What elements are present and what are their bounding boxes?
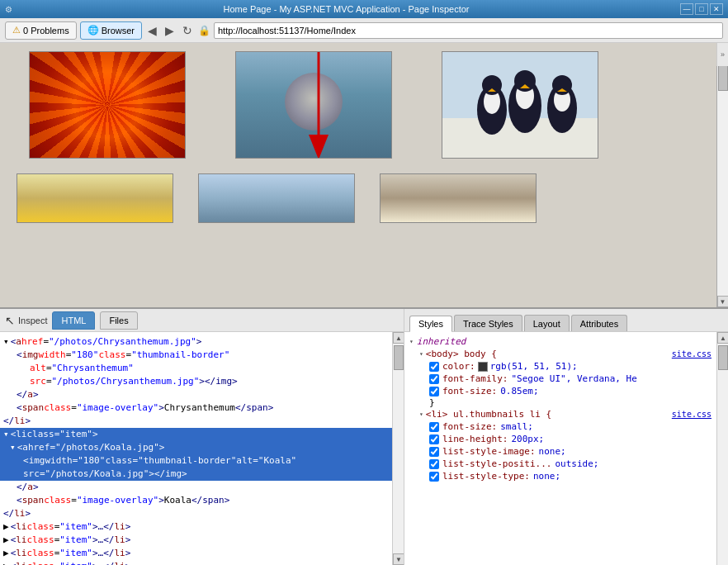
photo-koala — [236, 52, 391, 158]
code-line: alt="Chrysanthemum" — [0, 362, 392, 375]
close-button[interactable]: ✕ — [710, 3, 723, 15]
code-line: </li> — [0, 507, 392, 520]
li-rule-header: ▾ <li> ul.thumbnails li { site.css — [419, 408, 711, 420]
svg-point-6 — [482, 75, 502, 95]
list-style-position-property: list-style-positi... outside; — [429, 458, 711, 470]
line-height-prop-name: line-height: — [442, 434, 508, 444]
code-scrollbar[interactable]: ▲ ▼ — [392, 332, 404, 565]
tab-styles[interactable]: Styles — [409, 316, 452, 332]
list-style-image-property: list-style-image: none; — [429, 445, 711, 458]
list-style-type-property: list-style-type: none; — [429, 470, 711, 482]
font-family-prop-name: font-family: — [442, 373, 508, 384]
code-line-highlighted-a: ▾ <a href="/photos/Koala.jpg" > — [0, 441, 392, 454]
code-scroll-up[interactable]: ▲ — [393, 332, 404, 344]
expand-triangle[interactable]: ▶ — [3, 561, 9, 565]
scroll-down-arrow[interactable]: ▼ — [717, 296, 729, 307]
photo-partial-3 — [380, 173, 537, 223]
tab-html[interactable]: HTML — [52, 311, 95, 330]
photo-chrysanthemum — [30, 52, 185, 158]
list-style-type-prop-name: list-style-type: — [442, 471, 530, 482]
styles-content: ▾ inherited ▾ <body> body { site.css — [404, 332, 716, 565]
body-rule-file[interactable]: site.css — [672, 349, 711, 358]
styles-scroll-up[interactable]: ▲ — [717, 332, 728, 344]
code-line: ▶ <li class="item" >…</li> — [0, 534, 392, 547]
tab-files[interactable]: Files — [100, 311, 137, 330]
expand-triangle[interactable]: ▾ — [3, 336, 9, 347]
inherited-triangle[interactable]: ▾ — [409, 338, 414, 345]
list-style-image-checkbox[interactable] — [429, 447, 439, 457]
line-height-checkbox[interactable] — [429, 434, 439, 444]
li-font-size-prop-name: font-size: — [442, 421, 497, 432]
li-rule-selector-row: ▾ <li> ul.thumbnails li { — [419, 409, 551, 420]
browser-area: ▲ ▼ — [0, 43, 728, 307]
inspect-label: Inspect — [18, 316, 47, 325]
expand-triangle[interactable]: ▶ — [3, 548, 9, 558]
browser-button[interactable]: 🌐 Browser — [80, 21, 142, 40]
toolbar: ⚠ 0 Problems 🌐 Browser ◀ ▶ ↻ 🔒 — [0, 18, 728, 43]
font-size-prop-name: font-size: — [442, 386, 497, 396]
list-style-type-checkbox[interactable] — [429, 472, 439, 482]
font-family-property: font-family: "Segoe UI", Verdana, He — [429, 373, 711, 385]
expand-triangle[interactable]: ▾ — [3, 429, 9, 439]
font-family-checkbox[interactable] — [429, 374, 439, 384]
styles-panel: Styles Trace Styles Layout Attributes » … — [404, 309, 728, 565]
code-line: ▶ <li class="item" >…</li> — [0, 560, 392, 565]
li-rule-file[interactable]: site.css — [672, 410, 711, 419]
photo-gallery — [0, 43, 716, 167]
maximize-button[interactable]: □ — [695, 3, 708, 15]
code-line: </a> — [0, 481, 392, 494]
tab-trace-styles[interactable]: Trace Styles — [454, 315, 522, 331]
penguins-svg — [442, 52, 598, 159]
refresh-button[interactable]: ↻ — [180, 21, 195, 40]
code-scroll-container: ▾ <a href="/photos/Chrysanthemum.jpg" > … — [0, 332, 404, 565]
address-input[interactable] — [214, 22, 723, 39]
minimize-button[interactable]: — — [680, 3, 693, 15]
font-size-prop-value: 0.85em; — [500, 386, 538, 396]
inherited-section-header[interactable]: ▾ inherited — [409, 335, 711, 348]
code-line: ▶ <li class="item" >…</li> — [0, 547, 392, 560]
tab-attributes[interactable]: Attributes — [571, 315, 627, 331]
window-controls[interactable]: — □ ✕ — [680, 3, 723, 15]
body-rule-selector: <body> body { — [426, 349, 497, 359]
styles-scroll-thumb[interactable] — [718, 345, 728, 370]
window-title: Home Page - My ASP.NET MVC Application -… — [12, 4, 680, 14]
color-checkbox[interactable] — [429, 362, 439, 372]
inspect-button[interactable]: ↖ Inspect — [5, 314, 47, 327]
code-scroll-thumb[interactable] — [394, 345, 404, 370]
problems-button[interactable]: ⚠ 0 Problems — [5, 21, 77, 40]
body-rule-triangle[interactable]: ▾ — [419, 350, 423, 358]
li-rule-triangle[interactable]: ▾ — [419, 411, 423, 418]
photo-penguins — [442, 52, 598, 158]
li-font-size-checkbox[interactable] — [429, 422, 439, 432]
svg-point-12 — [552, 75, 572, 95]
expand-triangle[interactable]: ▶ — [3, 521, 9, 532]
back-button[interactable]: ◀ — [145, 21, 159, 40]
code-line: </a> — [0, 388, 392, 401]
line-height-prop-value: 200px; — [511, 434, 544, 444]
li-rule: ▾ <li> ul.thumbnails li { site.css font-… — [419, 408, 711, 482]
expand-triangle[interactable]: ▾ — [10, 442, 16, 453]
tab-layout[interactable]: Layout — [524, 315, 570, 331]
inherited-section: ▾ inherited ▾ <body> body { site.css — [409, 335, 711, 482]
color-property: color: rgb(51, 51, 51); — [429, 360, 711, 373]
title-bar: ⚙ Home Page - My ASP.NET MVC Application… — [0, 0, 728, 18]
li-rule-selector: <li> ul.thumbnails li { — [426, 409, 551, 420]
code-line-highlighted-li: ▾ <li class="item" > — [0, 428, 392, 441]
code-line: <img width="180" class="thumbnail-border… — [0, 349, 392, 362]
expand-triangle[interactable]: ▶ — [3, 534, 9, 545]
styles-scrollbar[interactable]: ▲ ▼ — [716, 332, 728, 565]
browser-icon: 🌐 — [87, 25, 99, 36]
warning-icon: ⚠ — [12, 25, 21, 36]
font-size-checkbox[interactable] — [429, 387, 439, 396]
browser-scrollbar[interactable]: ▲ ▼ — [716, 43, 728, 307]
list-style-position-checkbox[interactable] — [429, 459, 439, 469]
inherited-label: inherited — [417, 336, 466, 347]
code-scroll-down[interactable]: ▼ — [393, 553, 404, 565]
forward-button[interactable]: ▶ — [163, 21, 177, 40]
code-line: src="/photos/Chrysanthemum.jpg" ></img> — [0, 375, 392, 388]
gallery-item-koala — [223, 51, 404, 159]
code-line: </li> — [0, 415, 392, 428]
gallery-item-penguins — [429, 51, 611, 159]
code-area[interactable]: ▾ <a href="/photos/Chrysanthemum.jpg" > … — [0, 332, 392, 565]
font-size-property: font-size: 0.85em; — [429, 385, 711, 397]
